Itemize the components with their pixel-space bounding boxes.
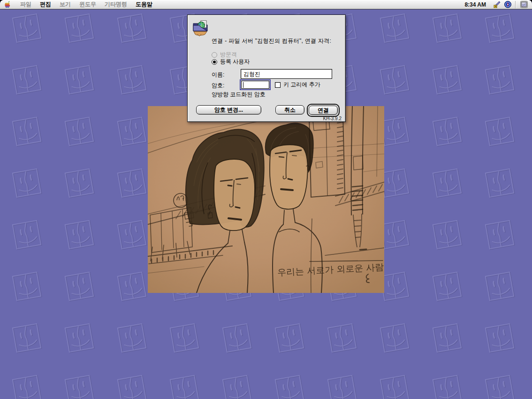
finder-face-tile [62, 269, 97, 304]
finder-face-tile [114, 321, 149, 355]
finder-face-tile [430, 269, 464, 304]
radio-registered-label: 등록 사용자 [220, 58, 250, 66]
finder-face-tile [482, 114, 517, 149]
cancel-button[interactable]: 취소 [275, 105, 304, 115]
finder-face-tile [430, 321, 464, 355]
finder-face-tile [220, 372, 254, 399]
finder-face-tile [114, 62, 149, 97]
finder-face-tile [114, 114, 149, 149]
finder-face-tile [114, 166, 149, 200]
menu-items: 파일편집보기윈도우기타명령도움말 [16, 0, 157, 9]
password-input[interactable] [241, 81, 269, 89]
finder-face-tile [430, 114, 464, 149]
add-to-keychain-checkbox[interactable] [275, 82, 281, 88]
finder-face-tile [430, 62, 464, 97]
appleshare-connect-icon [191, 19, 210, 38]
input-method-pencil-icon[interactable] [492, 1, 501, 8]
finder-face-tile [272, 372, 307, 399]
connect-button[interactable]: 연결 [309, 106, 338, 115]
finder-face-tile [167, 372, 202, 399]
finder-face-tile [482, 372, 517, 399]
menu-bar-separator [515, 1, 517, 8]
finder-face-tile [167, 321, 202, 355]
menu-item-0: 파일 [16, 0, 36, 9]
finder-face-tile [430, 11, 464, 46]
finder-face-tile [9, 269, 44, 304]
desktop: 우리는 서로가 외로운 사람들 연결 - 파일 서버 "김형진의 컴퓨터", 연… [0, 0, 532, 399]
finder-face-tile [9, 62, 44, 97]
finder-face-tile [430, 166, 464, 200]
desktop-picture: 우리는 서로가 외로운 사람들 [148, 106, 384, 293]
finder-face-tile [9, 321, 44, 355]
finder-face-tile [325, 372, 359, 399]
text-caret [243, 82, 243, 88]
finder-face-tile [377, 372, 412, 399]
finder-face-tile [62, 114, 97, 149]
finder-face-tile [62, 62, 97, 97]
finder-face-tile [482, 11, 517, 46]
finder-face-tile [325, 321, 359, 355]
finder-face-tile [430, 217, 464, 252]
name-label: 이름: [212, 71, 224, 79]
default-button-ring: 연결 [307, 104, 340, 117]
app-switcher-icon[interactable] [520, 1, 528, 8]
password-label: 암호: [212, 82, 224, 90]
finder-face-tile [114, 269, 149, 304]
menu-bar-right: 8:34 AM [460, 0, 532, 9]
finder-face-tile [482, 62, 517, 97]
finder-face-tile [377, 321, 412, 355]
finder-face-tile [62, 11, 97, 46]
menu-item-4: 기타명령 [100, 0, 131, 9]
finder-face-tile [114, 217, 149, 252]
finder-face-tile [62, 166, 97, 200]
finder-face-tile [9, 217, 44, 252]
finder-face-tile [62, 321, 97, 355]
change-password-button[interactable]: 암호 변경... [196, 105, 261, 115]
apple-menu-icon[interactable] [5, 1, 12, 8]
menu-item-5[interactable]: 도움말 [131, 0, 157, 9]
add-to-keychain-label: 키 고리에 추가 [283, 81, 320, 89]
encryption-note: 양방향 코드화된 암호 [212, 91, 266, 99]
sketch-two-figures: 우리는 서로가 외로운 사람들 [148, 106, 384, 293]
finder-face-tile [114, 372, 149, 399]
add-to-keychain-row[interactable]: 키 고리에 추가 [275, 81, 320, 89]
radio-guest-circle[interactable] [212, 52, 217, 58]
application-menu-icon[interactable] [503, 1, 512, 8]
finder-face-tile [62, 372, 97, 399]
finder-face-tile [9, 372, 44, 399]
menu-bar-clock[interactable]: 8:34 AM [460, 1, 491, 8]
dialog-title: 연결 - 파일 서버 "김형진의 컴퓨터", 연결 자격: [212, 37, 343, 45]
radio-registered-circle[interactable] [212, 59, 217, 65]
finder-face-tile [430, 372, 464, 399]
menu-item-1[interactable]: 편집 [36, 0, 55, 9]
finder-face-tile [377, 62, 412, 97]
finder-face-tile [9, 166, 44, 200]
finder-face-tile [377, 11, 412, 46]
finder-face-tile [9, 114, 44, 149]
finder-face-tile [482, 166, 517, 200]
menu-item-2: 보기 [55, 0, 75, 9]
finder-face-tile [9, 11, 44, 46]
finder-face-tile [482, 321, 517, 355]
finder-face-tile [482, 217, 517, 252]
finder-face-tile [220, 321, 254, 355]
radio-registered-user[interactable]: 등록 사용자 [212, 58, 250, 66]
password-input-focus-ring [240, 79, 271, 90]
connect-to-server-dialog: 연결 - 파일 서버 "김형진의 컴퓨터", 연결 자격: 방문객 등록 사용자… [187, 15, 346, 122]
finder-face-tile [62, 217, 97, 252]
menu-item-3: 윈도우 [75, 0, 100, 9]
finder-face-tile [272, 321, 307, 355]
menu-bar: 파일편집보기윈도우기타명령도움말 8:34 AM [0, 0, 532, 9]
finder-face-tile [482, 269, 517, 304]
name-input[interactable]: 김형진 [241, 69, 332, 79]
version-label: KH-3.9.2 [323, 116, 342, 121]
finder-face-tile [114, 11, 149, 46]
